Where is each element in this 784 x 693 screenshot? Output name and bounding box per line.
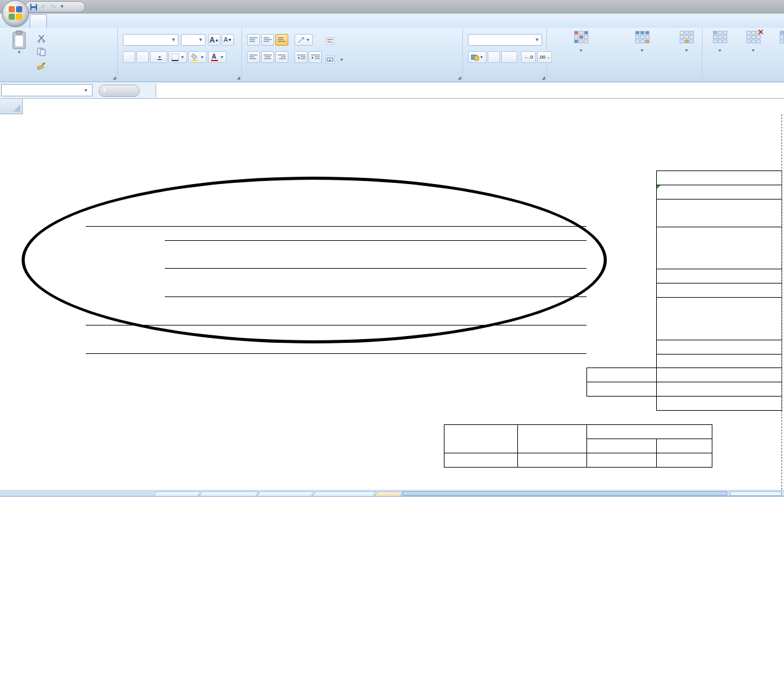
form-box — [656, 283, 782, 298]
paste-button[interactable]: ▼ — [4, 30, 35, 54]
sheet-tab[interactable] — [312, 491, 376, 496]
align-right-button[interactable] — [275, 51, 288, 63]
office-button[interactable] — [2, 0, 29, 27]
customize-qat-icon[interactable]: ▼ — [59, 1, 64, 12]
ribbon: ▼ — [0, 28, 784, 82]
fill-color-button[interactable]: ▼ — [188, 51, 207, 63]
dialog-launcher-icon[interactable]: ◢ — [458, 75, 461, 80]
cell-styles-button[interactable]: ▼ — [672, 28, 701, 54]
doc-table-line — [444, 453, 712, 453]
form-box-kod — [656, 170, 782, 185]
form-box-nomer-label — [586, 368, 657, 382]
tab-formuly[interactable] — [79, 14, 95, 28]
form-box-nomer-value — [656, 368, 782, 382]
grow-font-button[interactable]: A▲ — [208, 34, 220, 46]
chevron-down-icon: ▼ — [685, 47, 689, 54]
number-format-combo[interactable]: ▼ — [468, 34, 542, 46]
insert-cells-button[interactable]: ▼ — [704, 28, 736, 54]
borders-button[interactable]: ▼ — [169, 51, 187, 63]
save-icon[interactable] — [30, 4, 37, 10]
italic-button[interactable] — [136, 51, 149, 63]
form-box — [656, 297, 782, 340]
horizontal-scrollbar-track[interactable] — [730, 491, 782, 496]
underline-button[interactable]: ▼ — [150, 51, 167, 63]
format-painter-button[interactable] — [37, 59, 48, 72]
orientation-button[interactable]: ▼ — [294, 34, 313, 46]
bold-button[interactable] — [123, 51, 135, 63]
name-box-dropdown-icon[interactable]: ▼ — [83, 88, 88, 93]
shrink-font-button[interactable]: A▼ — [222, 34, 234, 46]
chevron-down-icon: ▼ — [198, 37, 203, 43]
formula-bar-splitter — [99, 85, 140, 97]
form-box — [656, 396, 782, 411]
form-box — [656, 340, 782, 355]
format-as-table-button[interactable]: ▼ — [614, 28, 670, 54]
sheet-tab[interactable] — [256, 491, 314, 496]
form-box — [656, 227, 782, 269]
align-center-button[interactable] — [261, 51, 274, 63]
wrap-text-icon — [325, 37, 335, 45]
redo-icon[interactable]: ↷ — [50, 1, 56, 12]
cut-button[interactable] — [37, 32, 48, 45]
form-box — [656, 354, 782, 368]
title-bar — [0, 0, 784, 14]
office-logo-icon — [9, 6, 22, 20]
delete-cells-icon: ✕ — [746, 31, 761, 43]
formula-input[interactable] — [156, 83, 784, 98]
dialog-launcher-icon[interactable]: ◢ — [542, 75, 545, 80]
undo-icon[interactable]: ↶ — [41, 1, 46, 12]
decrease-indent-button[interactable] — [294, 51, 307, 63]
sheet-tab[interactable] — [373, 491, 403, 496]
comma-style-button[interactable] — [501, 51, 517, 63]
horizontal-scrollbar[interactable] — [402, 491, 727, 496]
increase-decimal-button[interactable]: ←.0 — [521, 51, 536, 63]
copy-icon — [37, 48, 46, 56]
tab-dannye[interactable] — [95, 14, 111, 28]
sheet-tab[interactable] — [152, 491, 201, 496]
dialog-launcher-icon[interactable]: ◢ — [237, 75, 240, 80]
tab-razmetka[interactable] — [63, 14, 79, 28]
format-painter-icon — [37, 61, 46, 70]
wrap-text-button[interactable] — [325, 34, 337, 48]
tab-vid[interactable] — [127, 14, 143, 28]
select-all-corner[interactable] — [0, 99, 23, 114]
format-cells-icon — [780, 31, 784, 43]
chevron-down-icon: ▼ — [640, 47, 644, 54]
align-middle-button[interactable] — [261, 34, 274, 46]
font-size-combo[interactable]: ▼ — [181, 34, 206, 46]
tab-glavnaya[interactable] — [30, 14, 47, 28]
tab-recenzirovanie[interactable] — [111, 14, 127, 28]
form-box — [656, 199, 782, 227]
form-box-data-value — [656, 382, 782, 397]
doc-table-line — [517, 424, 518, 468]
chevron-down-icon: ▼ — [751, 47, 756, 54]
increase-indent-button[interactable] — [309, 51, 322, 63]
percent-style-button[interactable] — [488, 51, 500, 63]
merge-center-button[interactable]: a ▼ — [325, 52, 344, 66]
chevron-down-icon: ▼ — [535, 37, 540, 43]
formula-bar: ▼ — [0, 82, 784, 99]
accounting-format-button[interactable]: ▼ — [468, 51, 486, 63]
delete-cells-button[interactable]: ✕ ▼ — [737, 28, 769, 54]
align-top-button[interactable] — [247, 34, 260, 46]
chevron-down-icon: ▼ — [718, 47, 722, 54]
font-name-combo[interactable]: ▼ — [123, 34, 178, 46]
align-bottom-button[interactable] — [275, 34, 288, 46]
merge-center-icon: a — [325, 56, 335, 64]
annotation-ellipse — [22, 177, 607, 343]
conditional-formatting-button[interactable]: ▼ — [549, 28, 612, 54]
cell-styles-icon — [680, 31, 694, 43]
tab-vstavka[interactable] — [47, 14, 63, 28]
increase-decimal-icon: ←.0 — [524, 54, 533, 60]
font-color-button[interactable]: A ▼ — [208, 51, 227, 63]
copy-button[interactable] — [37, 45, 48, 59]
group-alignment: ▼ a — [242, 28, 463, 82]
chevron-down-icon: ▼ — [480, 55, 484, 59]
chevron-down-icon: ▼ — [4, 50, 35, 54]
ribbon-tab-strip — [0, 14, 784, 28]
dialog-launcher-icon[interactable]: ◢ — [113, 75, 116, 80]
sheet-tab[interactable] — [198, 491, 259, 496]
name-box[interactable] — [1, 84, 93, 96]
format-cells-button[interactable]: ▼ — [770, 28, 784, 54]
align-left-button[interactable] — [247, 51, 260, 63]
